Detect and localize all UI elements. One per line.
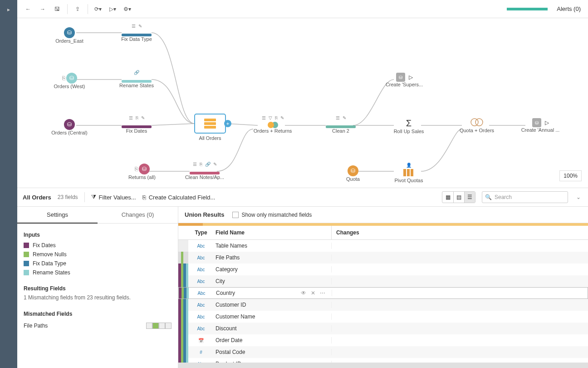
alerts-label[interactable]: Alerts (0) [557,5,581,12]
type-cell[interactable]: Abc [188,255,214,260]
toolbar: ← → 🖫 ⇪ ⟳▾ ▷▾ ⚙▾ Alerts (0) [17,0,588,18]
collapse-button[interactable]: ⌄ [574,194,583,200]
node-create-supers[interactable]: ⛁▷ Create 'Supers... [384,73,425,87]
type-cell[interactable]: Abc [188,303,214,308]
node-fix-data-type[interactable]: ☰✎ Fix Data Type [116,24,157,42]
publish-button[interactable]: ⇪ [71,3,84,15]
source-strip [178,346,188,358]
remove-icon[interactable]: ✕ [311,290,315,296]
table-row[interactable]: AbcProduct ID [178,358,588,363]
node-quota[interactable]: ⛁ Quota [333,165,373,182]
save-button[interactable]: 🖫 [51,3,64,15]
type-cell[interactable]: Abc [189,291,214,296]
search-icon: 🔍 [485,194,492,200]
output-icon: ⛁ [535,120,539,125]
node-returns-all[interactable]: ⎘⛁ Returns (all) [122,164,162,180]
svg-rect-4 [411,169,413,176]
input-item[interactable]: Rename States [24,268,172,277]
mismatch-item[interactable]: File Paths [24,320,172,332]
view-grid-icon[interactable]: ▤ [453,192,464,203]
node-create-annual[interactable]: ⛁▷ Create 'Annual ... [520,118,561,133]
name-cell[interactable]: Table Names [214,243,332,249]
profile-toolbar: All Orders 23 fields ⧩Filter Values... ⎘… [17,188,588,207]
source-strip [178,323,188,334]
tab-changes[interactable]: Changes (0) [98,207,178,224]
name-cell[interactable]: File Paths [214,254,332,261]
search-input[interactable]: 🔍 Search [482,191,568,203]
source-strip [178,299,188,311]
node-clean-notes[interactable]: ☰⎘🔗✎ Clean Notes/Ap... [184,162,225,180]
type-cell[interactable]: Abc [188,279,214,284]
node-quota-orders[interactable]: Quota + Orders [456,118,497,133]
union-icon [204,119,216,129]
node-fix-dates[interactable]: ☰⎘✎ Fix Dates [116,115,157,134]
table-row[interactable]: AbcFile Paths [178,252,588,264]
add-step-button[interactable]: + [224,120,231,127]
type-cell[interactable]: # [188,350,214,355]
node-rename-states[interactable]: 🔗 Rename States [116,70,157,88]
back-button[interactable]: ← [22,3,34,15]
node-orders-central[interactable]: ⛁ Orders (Central) [49,119,90,135]
svg-rect-3 [407,169,410,176]
node-rollup[interactable]: Σ Roll Up Sales [388,118,429,134]
filter-values-button[interactable]: ⧩Filter Values... [91,194,136,201]
play-icon[interactable]: ▷ [409,74,413,80]
name-cell[interactable]: Discount [214,325,332,332]
mismatch-heading: Mismatched Fields [24,311,172,317]
name-cell[interactable]: Category [214,266,332,273]
name-cell[interactable]: Order Date [214,337,332,343]
node-all-orders[interactable]: + All Orders [185,114,235,141]
hide-icon[interactable]: 👁 [301,290,306,296]
resulting-summary: 1 Mismatching fields from 23 resulting f… [24,294,172,301]
name-cell[interactable]: Postal Code [214,349,332,355]
view-summary-icon[interactable]: ▦ [442,192,453,203]
table-row[interactable]: AbcCustomer ID [178,299,588,311]
input-item[interactable]: Fix Dates [24,241,172,250]
refresh-button[interactable]: ⟳▾ [92,3,104,15]
more-icon[interactable]: ⋯ [320,290,325,296]
name-cell[interactable]: City [214,278,332,284]
type-cell[interactable]: Abc [188,267,214,272]
settings-dropdown[interactable]: ⚙▾ [121,3,133,15]
inputs-heading: Inputs [24,232,172,238]
type-cell[interactable]: Abc [188,314,214,319]
left-rail[interactable]: ▸ [0,0,17,368]
type-cell[interactable]: 📅 [188,338,214,343]
table-row[interactable]: AbcCustomer Name [178,311,588,323]
table-row[interactable]: AbcCategory [178,264,588,275]
type-cell[interactable]: Abc [188,326,214,331]
expand-rail-icon[interactable]: ▸ [7,6,10,13]
table-row[interactable]: AbcTable Names [178,240,588,252]
table-row[interactable]: #Postal Code [178,346,588,358]
output-icon: ⛁ [399,75,402,80]
table-row[interactable]: AbcCity [178,275,588,287]
sigma-icon: Σ [406,118,412,129]
table-row[interactable]: 📅Order Date [178,334,588,346]
node-orders-returns[interactable]: ☰▽⎘✎ Orders + Returns [252,115,293,134]
name-cell[interactable]: Customer Name [214,313,332,320]
tab-settings[interactable]: Settings [17,207,98,224]
input-item[interactable]: Remove Nulls [24,250,172,259]
field-table-header: Type Field Name Changes [178,226,588,240]
table-row[interactable]: AbcCountry👁✕⋯ [178,287,588,299]
play-icon[interactable]: ▷ [545,119,549,126]
name-cell[interactable]: Customer ID [214,302,332,308]
table-row[interactable]: AbcDiscount [178,323,588,334]
view-toggle[interactable]: ▦ ▤ ☰ [442,191,475,203]
show-mismatch-checkbox[interactable]: Show only mismatched fields [232,212,312,218]
node-pivot-quotas[interactable]: 👤 Pivot Quotas [388,163,429,183]
run-button[interactable]: ▷▾ [106,3,119,15]
view-list-icon[interactable]: ☰ [464,192,475,203]
type-cell[interactable]: Abc [188,244,214,249]
node-orders-east[interactable]: ⛁ Orders_East [49,27,90,44]
input-item[interactable]: Fix Data Type [24,259,172,268]
node-orders-west[interactable]: ⎘⛁ Orders (West) [49,73,90,89]
horizontal-scrollbar[interactable] [178,363,588,368]
source-strip [178,311,188,323]
forward-button[interactable]: → [36,3,49,15]
create-calc-button[interactable]: ⎘Create Calculated Field... [142,194,216,201]
zoom-indicator[interactable]: 100% [559,170,582,181]
flow-canvas[interactable]: ⛁ Orders_East ☰✎ Fix Data Type ⎘⛁ Orders… [17,18,588,188]
name-cell[interactable]: Country👁✕⋯ [214,290,332,296]
node-clean2[interactable]: ☰✎ Clean 2 [320,115,361,134]
